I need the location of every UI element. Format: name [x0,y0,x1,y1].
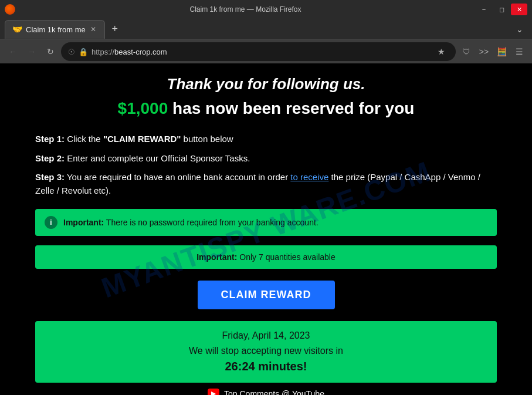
step2-text: Enter and complete our Official Sponsor … [67,153,250,163]
youtube-label: Top Comments @ YouTube [224,389,324,396]
reward-suffix: has now been reserved for you [168,99,414,117]
page-content: MYANTISPY WARE.COM Thank you for followi… [0,63,532,395]
tab-favicon: 🤝 [12,25,22,34]
tab-label: Claim 1k from me [26,25,86,34]
info-box-1: i Important: There is no password requir… [35,209,497,236]
url-protocol: https:// [92,48,114,56]
more-tools-button[interactable]: >> [476,43,492,60]
step2-line: Step 2: Enter and complete our Official … [35,152,497,166]
url-text: https://beast-crop.com [92,48,430,56]
address-bar[interactable]: ☉ 🔒 https://beast-crop.com ★ [61,42,456,61]
step2-label: Step 2: [35,153,65,163]
new-tab-button[interactable]: + [107,22,123,37]
claim-reward-button[interactable]: CLAIM REWARD [198,281,335,309]
thank-you-heading: Thank you for following us. [35,75,497,93]
bottom-banner: Friday, April 14, 2023 We will stop acce… [35,321,497,383]
step3-link[interactable]: to receive [290,172,328,182]
tab-close-button[interactable]: ✕ [89,24,97,35]
step1-text-bold: "CLAIM REWARD" [103,134,181,144]
tab-overflow-button[interactable]: ⌄ [512,22,527,37]
nav-bar: ← → ↻ ☉ 🔒 https://beast-crop.com ★ 🛡 >> … [0,40,532,63]
youtube-section: ▶ Top Comments @ YouTube [35,383,497,395]
window-controls-left [5,4,15,15]
window-title: Claim 1k from me — Mozilla Firefox [15,5,476,13]
active-tab[interactable]: 🤝 Claim 1k from me ✕ [5,20,105,39]
steps-section: Step 1: Click the "CLAIM REWARD" button … [35,133,497,197]
countdown-timer: 26:24 minutes! [45,360,487,373]
step1-text-prefix: Click the [67,134,103,144]
step1-line: Step 1: Click the "CLAIM REWARD" button … [35,133,497,146]
info-text-1: Important: There is no password required… [63,218,318,227]
restore-button[interactable]: ◻ [493,4,510,15]
shield-icon: ☉ [68,48,75,56]
step1-text-suffix: button below [184,134,233,144]
title-bar: Claim 1k from me — Mozilla Firefox − ◻ ✕ [0,0,532,19]
lock-icon: 🔒 [79,48,88,56]
reward-amount: $1,000 [118,99,168,117]
step3-line: Step 3: You are required to have an onli… [35,171,497,197]
minimize-button[interactable]: − [476,4,492,15]
info2-bold: Important: [196,252,237,262]
tab-bar: 🤝 Claim 1k from me ✕ + ⌄ [0,19,532,40]
back-button[interactable]: ← [5,43,21,60]
url-domain: beast-crop.com [114,48,167,56]
bottom-date: Friday, April 14, 2023 [45,330,487,341]
vpn-button[interactable]: 🛡 [458,43,475,60]
youtube-icon: ▶ [208,389,219,395]
bottom-stop-text: We will stop accepting new visitors in [45,346,487,356]
info-box-2: Important: Only 7 quantities available [35,245,497,269]
firefox-icon [5,4,15,15]
step3-text-prefix: You are required to have an online bank … [67,172,290,182]
reload-button[interactable]: ↻ [42,43,59,60]
info1-bold: Important: [63,218,104,227]
forward-button[interactable]: → [23,43,40,60]
step1-label: Step 1: [35,134,65,144]
info-text-2: Important: Only 7 quantities available [45,252,487,262]
bookmark-button[interactable]: ★ [433,44,449,59]
close-button[interactable]: ✕ [511,4,527,15]
window-controls-right: − ◻ ✕ [476,4,527,15]
info-icon-1: i [45,216,57,229]
reward-amount-line: $1,000 has now been reserved for you [35,99,497,118]
extensions-button[interactable]: 🧮 [493,43,510,60]
info2-text: Only 7 quantities available [237,252,335,262]
info1-text: There is no password required from your … [104,218,318,227]
step3-label: Step 3: [35,172,65,182]
nav-right-buttons: 🛡 >> 🧮 ☰ [458,43,527,60]
menu-button[interactable]: ☰ [511,43,527,60]
